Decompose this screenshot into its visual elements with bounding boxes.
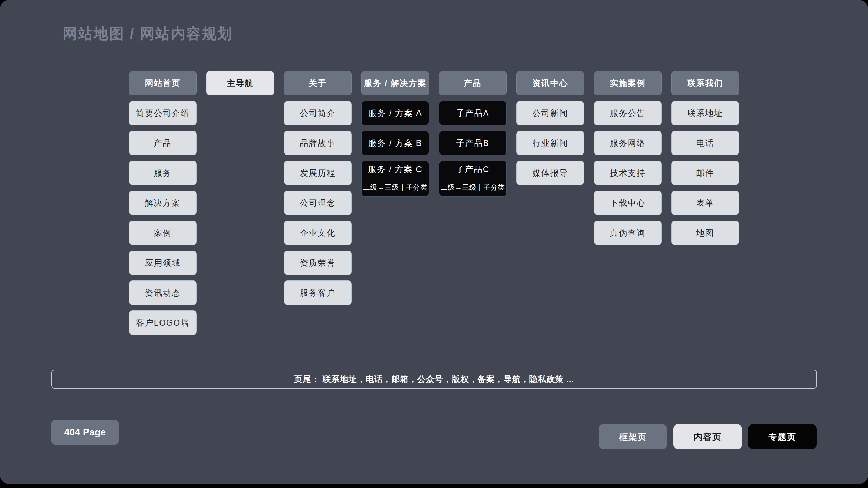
sitemap-node[interactable]: 解决方案 bbox=[129, 191, 197, 215]
node-label: 子产品C bbox=[439, 161, 506, 178]
sitemap-column-news-center: 资讯中心公司新闻行业新闻媒体报导 bbox=[516, 71, 584, 185]
sitemap-columns: 网站首页简要公司介绍产品服务解决方案案例应用领域资讯动态客户LOGO墙主导航关于… bbox=[129, 71, 739, 335]
node-label: 服务 / 方案 C bbox=[362, 161, 429, 178]
sitemap-node[interactable]: 公司新闻 bbox=[516, 101, 584, 125]
sitemap-node[interactable]: 邮件 bbox=[671, 161, 739, 185]
sitemap-column-about: 关于公司简介品牌故事发展历程公司理念企业文化资质荣誉服务客户 bbox=[284, 71, 352, 305]
sitemap-column-implementation-cases: 实施案例服务公告服务网络技术支持下载中心真伪查询 bbox=[594, 71, 662, 245]
footer-summary-text: 页尾： 联系地址，电话，邮箱，公众号，版权，备案，导航，隐私政策 ... bbox=[294, 374, 574, 385]
sitemap-node[interactable]: 应用领域 bbox=[129, 251, 197, 275]
sitemap-node[interactable]: 服务客户 bbox=[284, 280, 352, 305]
node-sub-label: 二级→三级 | 子分类 bbox=[439, 178, 506, 196]
sitemap-node[interactable]: 公司理念 bbox=[284, 191, 352, 215]
sitemap-node[interactable]: 企业文化 bbox=[284, 221, 352, 245]
sitemap-canvas: 网站地图 / 网站内容规划 网站首页简要公司介绍产品服务解决方案案例应用领域资讯… bbox=[0, 0, 868, 484]
sitemap-node[interactable]: 资质荣誉 bbox=[284, 251, 352, 275]
sitemap-column-main-nav: 主导航 bbox=[206, 71, 274, 95]
sitemap-node[interactable]: 子产品A bbox=[439, 101, 507, 125]
sitemap-node[interactable]: 服务 / 方案 B bbox=[361, 131, 429, 155]
page-404-node[interactable]: 404 Page bbox=[51, 420, 119, 445]
column-header-services-solutions[interactable]: 服务 / 解决方案 bbox=[361, 71, 429, 95]
column-header-home[interactable]: 网站首页 bbox=[129, 71, 197, 95]
column-header-news-center[interactable]: 资讯中心 bbox=[516, 71, 584, 95]
sitemap-node[interactable]: 简要公司介绍 bbox=[129, 101, 197, 125]
sitemap-node[interactable]: 子产品C二级→三级 | 子分类 bbox=[439, 161, 507, 197]
sitemap-node[interactable]: 客户LOGO墙 bbox=[129, 310, 197, 335]
node-sub-label: 二级→三级 | 子分类 bbox=[362, 178, 429, 196]
sitemap-node[interactable]: 下载中心 bbox=[594, 191, 662, 215]
sitemap-column-services-solutions: 服务 / 解决方案服务 / 方案 A服务 / 方案 B服务 / 方案 C二级→三… bbox=[361, 71, 429, 197]
sitemap-node[interactable]: 表单 bbox=[671, 191, 739, 215]
sitemap-node[interactable]: 真伪查询 bbox=[594, 221, 662, 245]
sitemap-node[interactable]: 产品 bbox=[129, 131, 197, 155]
column-header-main-nav[interactable]: 主导航 bbox=[206, 71, 274, 95]
sitemap-node[interactable]: 案例 bbox=[129, 221, 197, 245]
sitemap-node[interactable]: 行业新闻 bbox=[516, 131, 584, 155]
sitemap-column-contact-us: 联系我们联系地址电话邮件表单地图 bbox=[671, 71, 739, 245]
page-type-legend: 框架页内容页专题页 bbox=[599, 424, 817, 449]
sitemap-node[interactable]: 服务网络 bbox=[594, 131, 662, 155]
sitemap-column-products: 产品子产品A子产品B子产品C二级→三级 | 子分类 bbox=[439, 71, 507, 197]
footer-summary-bar[interactable]: 页尾： 联系地址，电话，邮箱，公众号，版权，备案，导航，隐私政策 ... bbox=[51, 370, 817, 389]
page-404-label: 404 Page bbox=[64, 427, 106, 438]
sitemap-node[interactable]: 服务公告 bbox=[594, 101, 662, 125]
column-header-products[interactable]: 产品 bbox=[439, 71, 507, 95]
sitemap-node[interactable]: 地图 bbox=[671, 221, 739, 245]
sitemap-node[interactable]: 服务 / 方案 C二级→三级 | 子分类 bbox=[361, 161, 429, 197]
sitemap-node[interactable]: 品牌故事 bbox=[284, 131, 352, 155]
legend-gray-page[interactable]: 框架页 bbox=[599, 424, 667, 449]
column-header-implementation-cases[interactable]: 实施案例 bbox=[594, 71, 662, 95]
sitemap-node[interactable]: 资讯动态 bbox=[129, 280, 197, 305]
page-title: 网站地图 / 网站内容规划 bbox=[63, 24, 233, 43]
sitemap-node[interactable]: 媒体报导 bbox=[516, 161, 584, 185]
sitemap-node[interactable]: 服务 bbox=[129, 161, 197, 185]
column-header-about[interactable]: 关于 bbox=[284, 71, 352, 95]
sitemap-node[interactable]: 子产品B bbox=[439, 131, 507, 155]
sitemap-node[interactable]: 公司简介 bbox=[284, 101, 352, 125]
sitemap-node[interactable]: 发展历程 bbox=[284, 161, 352, 185]
sitemap-node[interactable]: 电话 bbox=[671, 131, 739, 155]
sitemap-node[interactable]: 服务 / 方案 A bbox=[361, 101, 429, 125]
legend-black-page[interactable]: 专题页 bbox=[748, 424, 817, 449]
sitemap-node[interactable]: 联系地址 bbox=[671, 101, 739, 125]
column-header-contact-us[interactable]: 联系我们 bbox=[671, 71, 739, 95]
sitemap-column-home: 网站首页简要公司介绍产品服务解决方案案例应用领域资讯动态客户LOGO墙 bbox=[129, 71, 197, 335]
sitemap-node[interactable]: 技术支持 bbox=[594, 161, 662, 185]
legend-white-page[interactable]: 内容页 bbox=[673, 424, 742, 449]
